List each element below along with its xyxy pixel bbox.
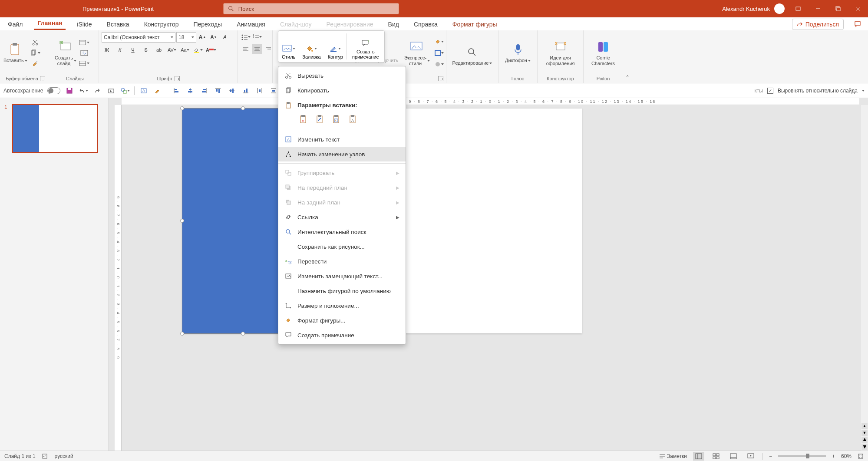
align-left-qat[interactable] [172,86,181,95]
dictate-button[interactable]: Диктофон [504,42,531,63]
ctx-cut[interactable]: Вырезать [278,68,406,83]
underline-button[interactable]: Ч [128,45,138,55]
mini-fill-button[interactable]: Заливка [299,31,324,62]
strikethrough-button[interactable]: S [141,45,151,55]
tab-transitions[interactable]: Переходы [190,18,225,30]
ctx-edit-text[interactable]: A Изменить текст [278,132,406,147]
font-dialog-launcher[interactable] [175,76,180,81]
search-box[interactable]: Поиск [223,3,399,14]
tab-review[interactable]: Рецензирование [323,18,376,30]
align-bottom-qat[interactable] [241,86,251,95]
new-slide-button[interactable]: Создать слайд [54,40,77,66]
italic-button[interactable]: К [115,45,125,55]
qat-customize-dropdown[interactable] [862,90,865,92]
reset-button[interactable] [79,48,89,58]
shapes-qat-button[interactable] [120,86,130,95]
distribute-v-qat[interactable] [269,86,278,95]
zoom-level[interactable]: 60% [841,453,851,459]
decrease-font-button[interactable]: A▼ [208,32,219,42]
vertical-scrollbar[interactable]: ▲ ▼ ⯅ ⯆ [861,105,868,451]
slide-editor[interactable]: 16 · 15 · 14 · 13 · 12 · 11 · 10 · 9 · 8… [109,98,868,451]
tab-help[interactable]: Справка [410,18,441,30]
paste-picture[interactable] [330,113,343,125]
bullets-button[interactable] [241,32,251,42]
align-center-h-qat[interactable] [185,86,195,95]
ctx-copy[interactable]: Копировать [278,83,406,98]
slide-thumbnail-1[interactable] [12,104,98,153]
slide-counter[interactable]: Слайд 1 из 1 [4,453,36,459]
ctx-format-shape[interactable]: Формат фигуры... [278,313,406,328]
autosave-toggle[interactable] [47,87,60,94]
align-center-button[interactable] [252,44,262,54]
comments-button[interactable] [851,19,864,30]
change-case-button[interactable]: Aa [180,45,190,55]
paste-button[interactable]: Вставить [3,42,28,63]
account-button[interactable]: Alexandr Kucheruk [722,3,785,14]
share-button[interactable]: Поделиться [792,19,844,30]
fit-to-window-button[interactable] [858,453,864,459]
distribute-h-qat[interactable] [255,86,264,95]
zoom-out-button[interactable]: − [769,453,772,459]
redo-button[interactable] [92,86,102,95]
shape-fill-button[interactable] [434,37,444,46]
normal-view-button[interactable] [693,452,704,461]
cut-button[interactable] [30,38,40,47]
align-right-qat[interactable] [199,86,209,95]
zoom-in-button[interactable]: + [832,453,835,459]
paste-keep-source-formatting[interactable] [314,113,326,125]
font-size-combo[interactable]: 18 [176,32,196,43]
tab-design[interactable]: Конструктор [141,18,182,30]
scroll-up-icon[interactable]: ▲ [861,423,868,429]
comic-characters-button[interactable]: Comic Characters [587,40,619,66]
layout-button[interactable] [79,38,89,47]
next-slide-icon[interactable]: ⯆ [861,444,868,450]
format-painter-button[interactable] [30,59,40,68]
ctx-link[interactable]: Ссылка ▶ [278,210,406,224]
section-button[interactable] [79,59,89,68]
tab-home[interactable]: Главная [34,17,66,30]
align-relative-checkbox[interactable]: ✓ [767,88,773,94]
ctx-smart-lookup[interactable]: Интеллектуальный поиск [278,224,406,239]
paste-text-only[interactable]: A [347,113,359,125]
tab-view[interactable]: Вид [385,18,403,30]
shape-effects-button[interactable] [434,59,444,69]
ribbon-display-options[interactable] [788,0,808,17]
ctx-new-comment[interactable]: Создать примечание [278,328,406,342]
numbering-button[interactable]: 12 [252,32,262,42]
zoom-slider[interactable] [778,455,826,457]
tab-insert[interactable]: Вставка [103,18,133,30]
maximize-button[interactable] [828,0,848,17]
clipboard-dialog-launcher[interactable] [40,76,45,81]
prev-slide-icon[interactable]: ⯅ [861,437,868,443]
clear-formatting-button[interactable]: A [220,32,230,42]
editing-button[interactable]: Редактирование [452,45,493,66]
bold-button[interactable]: Ж [102,45,112,55]
ctx-translate[interactable]: a字 Перевести [278,254,406,269]
design-ideas-button[interactable]: Идеи для оформления [542,40,579,66]
tab-islide[interactable]: iSlide [73,18,95,30]
minimize-button[interactable] [808,0,828,17]
drawing-dialog-launcher[interactable] [438,76,443,81]
font-color-button[interactable]: A [206,45,216,55]
ctx-size-and-position[interactable]: Размер и положение... [278,298,406,313]
align-right-button[interactable] [263,44,274,54]
notes-button[interactable]: Заметки [659,453,687,459]
slide-sorter-view-button[interactable] [710,452,722,461]
paste-use-destination-theme[interactable]: a [297,113,310,125]
mini-outline-button[interactable]: Контур [324,31,347,62]
spell-check-icon[interactable] [42,453,49,459]
align-top-qat[interactable] [213,86,223,95]
slide-thumbnails-pane[interactable]: 1 [0,98,109,451]
tab-animations[interactable]: Анимация [233,18,269,30]
tab-file[interactable]: Файл [4,18,26,30]
increase-font-button[interactable]: A▲ [197,32,208,42]
align-middle-qat[interactable] [227,86,237,95]
undo-button[interactable] [79,86,88,95]
font-family-combo[interactable]: Calibri (Основной текст [102,32,175,43]
ctx-alt-text[interactable]: Изменить замещающий текст... [278,269,406,283]
slideshow-view-button[interactable] [745,452,756,461]
copy-button[interactable] [30,48,40,58]
align-left-button[interactable] [241,44,251,54]
highlight-button[interactable] [193,45,203,55]
language-indicator[interactable]: русский [55,453,73,459]
